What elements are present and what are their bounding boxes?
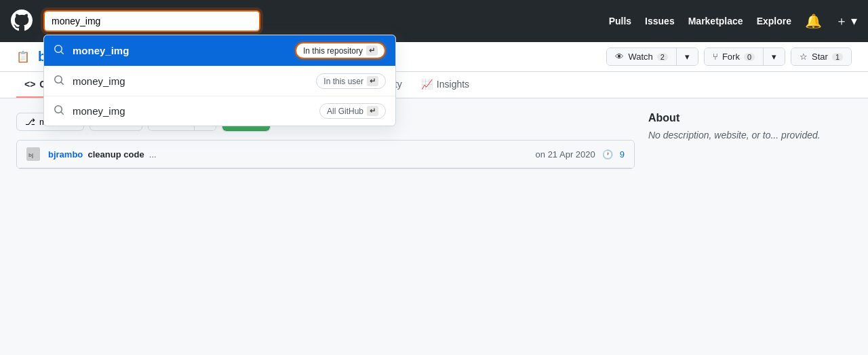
commit-dots: ... xyxy=(149,149,157,160)
dropdown-item-text-repo: money_img xyxy=(73,45,287,56)
dropdown-item-all[interactable]: money_img All GitHub ↵ xyxy=(44,96,395,126)
fork-button[interactable]: ⑂ Fork 0 xyxy=(705,48,763,65)
about-description: No description, website, or to... provid… xyxy=(648,130,852,141)
about-title: About xyxy=(648,112,852,124)
svg-text:bj: bj xyxy=(28,152,33,158)
dropdown-item-repo[interactable]: money_img In this repository ↵ xyxy=(44,35,395,66)
commit-message: cleanup code xyxy=(88,149,144,160)
watch-dropdown-button[interactable]: ▾ xyxy=(677,48,698,65)
search-icon-2 xyxy=(54,75,64,88)
dropdown-item-text-all: money_img xyxy=(73,105,311,117)
commit-date: on 21 Apr 2020 xyxy=(536,149,595,160)
github-logo[interactable] xyxy=(11,10,33,33)
avatar: bj xyxy=(26,147,40,161)
eye-icon: 👁 xyxy=(615,52,624,62)
header: money_img In this repository ↵ money_img… xyxy=(0,0,868,42)
repo-actions: 👁 Watch 2 ▾ ⑂ Fork 0 ▾ ☆ Star 1 xyxy=(606,48,852,66)
star-label: Star xyxy=(812,52,828,62)
dropdown-badge-repo: In this repository ↵ xyxy=(295,42,386,59)
badge-label-all: All GitHub xyxy=(327,107,363,116)
fork-dropdown-button[interactable]: ▾ xyxy=(764,48,785,65)
repo-type-icon: 📋 xyxy=(16,50,30,63)
fork-count: 0 xyxy=(744,53,755,61)
dropdown-item-text-user: money_img xyxy=(73,75,308,87)
file-list: bj bjrambo cleanup code ... on 21 Apr 20… xyxy=(16,140,635,169)
commit-info: bjrambo cleanup code ... xyxy=(48,149,157,160)
badge-arrow-all: ↵ xyxy=(367,106,378,116)
search-input[interactable] xyxy=(45,12,259,31)
commit-header: bj bjrambo cleanup code ... on 21 Apr 20… xyxy=(17,141,634,168)
dropdown-badge-user: In this user ↵ xyxy=(316,73,386,89)
star-group: ☆ Star 1 xyxy=(791,48,852,66)
bell-icon[interactable]: 🔔 xyxy=(805,13,822,29)
nav-explore[interactable]: Explore xyxy=(757,16,791,26)
fork-group: ⑂ Fork 0 ▾ xyxy=(704,48,785,66)
search-icon-3 xyxy=(54,105,64,117)
watch-button[interactable]: 👁 Watch 2 xyxy=(607,48,675,65)
star-icon: ☆ xyxy=(800,52,808,62)
search-wrapper: money_img In this repository ↵ money_img… xyxy=(43,10,260,32)
code-icon: <> xyxy=(24,79,35,90)
history-count-link[interactable]: 9 xyxy=(620,149,625,160)
header-nav: Pulls Issues Marketplace Explore 🔔 ＋ ▾ xyxy=(609,13,857,29)
watch-label: Watch xyxy=(628,52,652,62)
badge-label-repo: In this repository xyxy=(303,46,363,56)
nav-marketplace[interactable]: Marketplace xyxy=(688,16,743,26)
star-count: 1 xyxy=(832,53,843,61)
fork-icon: ⑂ xyxy=(713,52,718,62)
commit-author-link[interactable]: bjrambo xyxy=(48,149,83,160)
branch-icon: ⎇ xyxy=(25,117,35,127)
tab-insights[interactable]: 📈 Insights xyxy=(413,72,477,98)
search-container xyxy=(43,10,260,32)
search-dropdown: money_img In this repository ↵ money_img… xyxy=(43,35,396,126)
nav-issues[interactable]: Issues xyxy=(645,16,675,26)
plus-icon[interactable]: ＋ ▾ xyxy=(835,13,857,29)
tab-insights-label: Insights xyxy=(437,79,469,90)
badge-arrow-repo: ↵ xyxy=(366,45,378,56)
dropdown-item-user[interactable]: money_img In this user ↵ xyxy=(44,66,395,96)
nav-pulls[interactable]: Pulls xyxy=(609,16,631,26)
star-button[interactable]: ☆ Star 1 xyxy=(791,48,851,65)
commit-meta: on 21 Apr 2020 🕐 9 xyxy=(536,149,625,160)
history-icon: 🕐 xyxy=(602,149,613,160)
watch-count: 2 xyxy=(657,53,668,61)
badge-label-user: In this user xyxy=(323,77,363,86)
watch-group: 👁 Watch 2 ▾ xyxy=(606,48,698,66)
about-section: About No description, website, or to... … xyxy=(648,112,852,169)
fork-label: Fork xyxy=(722,52,740,62)
insights-icon: 📈 xyxy=(421,79,433,90)
search-icon xyxy=(54,44,64,57)
badge-arrow-user: ↵ xyxy=(367,76,378,86)
dropdown-badge-all: All GitHub ↵ xyxy=(319,103,386,119)
